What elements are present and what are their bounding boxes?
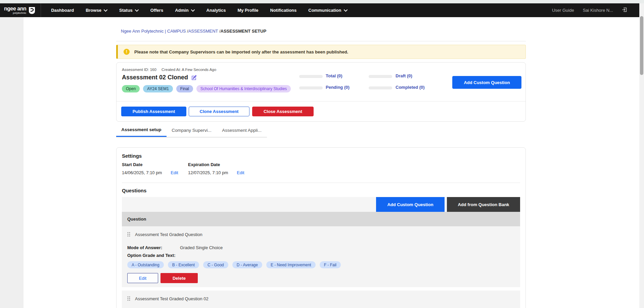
top-navbar: ngee ann polytechnic Dashboard Browse St…: [0, 3, 639, 17]
option-pill: C - Good: [203, 261, 228, 268]
settings-heading: Settings: [122, 153, 520, 159]
tab-assessment-applications[interactable]: Assessment Appli...: [217, 123, 267, 137]
nav-item-notifications[interactable]: Notifications: [270, 8, 297, 13]
chevron-down-icon: [191, 8, 195, 13]
nav-label: My Profile: [237, 8, 258, 13]
chevron-down-icon: [344, 8, 348, 13]
pending-stat: Pending (0): [326, 85, 350, 90]
breadcrumb-root-link[interactable]: Ngee Ann Polytechnic | CAMPUS: [121, 29, 186, 34]
term-badge: AY24 SEM1: [143, 85, 173, 92]
warning-icon: !: [124, 49, 130, 55]
nav-item-browse[interactable]: Browse: [86, 8, 107, 13]
edit-start-date-link[interactable]: Edit: [171, 170, 178, 175]
assessment-actions: Publish Assessment Clone Assessment Clos…: [117, 101, 525, 121]
option-grade-label: Option Grade and Text:: [127, 253, 180, 258]
question-title: Assessment Test Graded Question 02: [135, 296, 209, 301]
draft-stat: Draft (0): [396, 73, 412, 78]
assessment-setup-panel: Settings Start Date Expiration Date 14/0…: [116, 147, 526, 308]
question-row: Assessment Test Graded Question Mode of …: [122, 226, 520, 287]
option-pill: D - Average: [232, 261, 262, 268]
brand-logo[interactable]: ngee ann polytechnic: [4, 6, 41, 14]
nav-item-status[interactable]: Status: [119, 8, 139, 13]
nav-item-dashboard[interactable]: Dashboard: [51, 8, 74, 13]
add-custom-question-button[interactable]: Add Custom Question: [376, 197, 445, 212]
logout-icon[interactable]: [622, 7, 627, 13]
school-badge: School Of Humanities & Interdisciplinary…: [196, 85, 291, 92]
completed-progress-bar: [369, 86, 392, 89]
questions-heading: Questions: [122, 188, 520, 193]
add-custom-question-button[interactable]: Add Custom Question: [452, 76, 521, 89]
settings-divider: [122, 183, 520, 183]
brand-subname: polytechnic: [13, 12, 26, 14]
nav-label: Status: [119, 8, 133, 13]
nav-item-analytics[interactable]: Analytics: [206, 8, 226, 13]
nav-label: Offers: [150, 8, 163, 13]
mode-of-answer-label: Mode of Answer:: [127, 245, 180, 250]
breadcrumb-assessment-link[interactable]: ASSESSMENT: [188, 29, 218, 34]
nav-item-admin[interactable]: Admin: [175, 8, 194, 13]
info-banner: ! Please note that Company Supervisors c…: [116, 45, 526, 59]
breadcrumb: Ngee Ann Polytechnic | CAMPUS /ASSESSMEN…: [121, 29, 526, 34]
navbar-right: User Guide Sai Kishore N...: [552, 7, 627, 13]
start-date-value: 14/06/2025, 7:10 pm: [122, 170, 162, 175]
main-content: Ngee Ann Polytechnic | CAMPUS /ASSESSMEN…: [116, 17, 526, 308]
assessment-id: Assessment ID: 160: [122, 68, 156, 72]
nav-label: Admin: [175, 8, 188, 13]
nav-item-communication[interactable]: Communication: [308, 8, 347, 13]
nav-label: Notifications: [270, 8, 297, 13]
nav-label: Browse: [86, 8, 101, 13]
pending-progress-bar: [299, 86, 323, 89]
breadcrumb-divider: [116, 41, 526, 41]
edit-question-button[interactable]: Edit: [127, 273, 158, 283]
brand-logo-text: ngee ann polytechnic: [4, 6, 26, 14]
edit-expiration-date-link[interactable]: Edit: [237, 170, 244, 175]
chevron-down-icon: [104, 8, 107, 13]
shield-logo-icon: [29, 7, 35, 14]
nav-label: Communication: [308, 8, 341, 13]
question-table-header: Question: [122, 212, 520, 226]
top-strip: [0, 0, 644, 3]
navbar-divider: [41, 3, 41, 17]
assessment-created-at: Created At: A Few Seconds Ago: [162, 68, 216, 72]
draft-progress-bar: [369, 75, 392, 78]
option-pill: E - Need Improvement: [266, 261, 316, 268]
brand-name: ngee ann: [4, 6, 26, 11]
nav-label: Dashboard: [51, 8, 74, 13]
navbar-menu: Dashboard Browse Status Offers Admin Ana…: [51, 8, 347, 13]
completed-stat: Completed (0): [396, 85, 425, 90]
nav-item-offers[interactable]: Offers: [150, 8, 163, 13]
option-pill: F - Fail: [320, 261, 341, 268]
close-assessment-button[interactable]: Close Assessment: [252, 107, 314, 116]
question-title: Assessment Test Graded Question: [135, 232, 202, 237]
drag-handle-icon[interactable]: [127, 296, 130, 301]
total-stat: Total (0): [326, 73, 342, 78]
delete-question-button[interactable]: Delete: [160, 273, 198, 283]
option-pills: A - Outstanding B - Excellent C - Good D…: [127, 261, 515, 268]
question-row: Assessment Test Graded Question 02: [122, 291, 520, 308]
scrollbar-thumb[interactable]: [640, 16, 643, 75]
tab-assessment-setup[interactable]: Assessment setup: [116, 123, 167, 137]
mode-of-answer-value: Graded Single Choice: [180, 245, 223, 250]
assessment-title: Assessment 02 Cloned: [122, 74, 188, 81]
user-menu[interactable]: Sai Kishore N...: [583, 8, 613, 13]
assessment-summary-card: Assessment ID: 160 Created At: A Few Sec…: [116, 62, 526, 122]
expiration-date-value: 12/07/2025, 7:10 pm: [188, 170, 228, 175]
type-badge: Final: [176, 85, 193, 92]
tab-bar: Assessment setup Company Supervi... Asse…: [116, 123, 267, 138]
expiration-date-label: Expiration Date: [188, 162, 282, 167]
settings-grid: Start Date Expiration Date 14/06/2025, 7…: [122, 162, 520, 175]
clone-assessment-button[interactable]: Clone Assessment: [189, 107, 249, 116]
page: ngee ann polytechnic Dashboard Browse St…: [0, 0, 644, 308]
drag-handle-icon[interactable]: [127, 232, 130, 237]
assessment-meta: Assessment ID: 160 Created At: A Few Sec…: [122, 68, 520, 72]
add-from-question-bank-button[interactable]: Add from Question Bank: [447, 197, 520, 212]
publish-assessment-button[interactable]: Publish Assessment: [121, 107, 186, 116]
tab-company-supervisors[interactable]: Company Supervi...: [167, 123, 217, 137]
option-pill: A - Outstanding: [127, 261, 164, 268]
user-guide-link[interactable]: User Guide: [552, 8, 574, 13]
nav-item-my-profile[interactable]: My Profile: [237, 8, 258, 13]
edit-title-icon[interactable]: [191, 75, 197, 80]
option-pill: B - Excellent: [168, 261, 199, 268]
left-gutter: [0, 17, 24, 308]
chevron-down-icon: [135, 8, 139, 13]
